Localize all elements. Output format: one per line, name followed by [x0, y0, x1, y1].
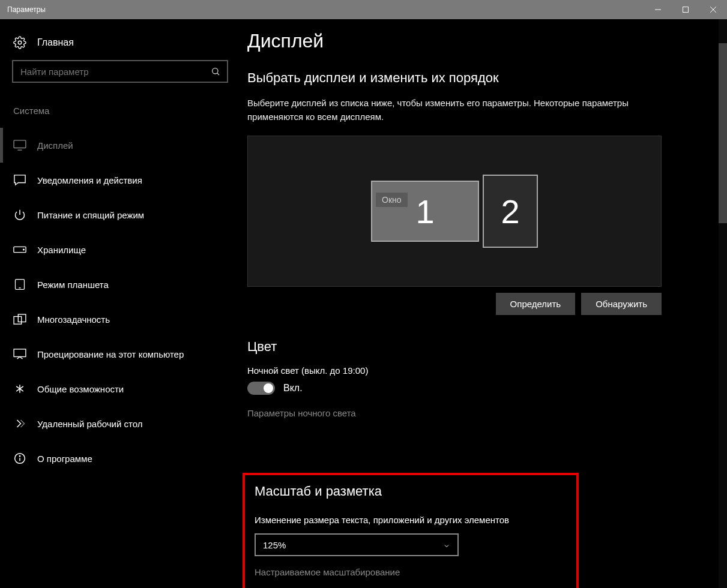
window-tag: Окно — [376, 193, 408, 207]
sidebar-item-label: Уведомления и действия — [37, 175, 142, 185]
maximize-button[interactable] — [672, 0, 699, 19]
sidebar-item-label: Проецирование на этот компьютер — [37, 349, 184, 359]
sidebar-item-label: Многозадачность — [37, 314, 110, 325]
window-title: Параметры — [7, 5, 644, 14]
scale-highlight-box: Масштаб и разметка Изменение размера тек… — [243, 473, 579, 588]
svg-rect-14 — [14, 317, 22, 325]
sidebar: Главная Система Дисплей Уведомления и де… — [0, 19, 240, 588]
night-light-settings-link[interactable]: Параметры ночного света — [247, 408, 709, 418]
chevron-down-icon — [443, 541, 450, 548]
scrollbar-thumb[interactable] — [719, 43, 727, 223]
chat-icon — [13, 173, 26, 187]
sidebar-item-about[interactable]: О программе — [12, 441, 228, 476]
sidebar-item-notifications[interactable]: Уведомления и действия — [12, 163, 228, 197]
home-label: Главная — [37, 37, 74, 48]
monitor-1-number: 1 — [415, 192, 434, 231]
svg-rect-7 — [14, 140, 26, 148]
category-label: Система — [12, 106, 228, 116]
sidebar-item-display[interactable]: Дисплей — [12, 128, 228, 163]
drive-icon — [13, 243, 26, 256]
project-icon — [13, 347, 26, 361]
scrollbar[interactable] — [719, 19, 727, 588]
remote-icon — [13, 417, 26, 430]
main-panel: Дисплей Выбрать дисплеи и изменить их по… — [240, 19, 727, 588]
monitor-1[interactable]: Окно 1 — [371, 181, 479, 242]
color-heading: Цвет — [247, 339, 709, 355]
monitor-2[interactable]: 2 — [483, 175, 538, 248]
scale-heading: Масштаб и разметка — [255, 484, 567, 499]
identify-button[interactable]: Определить — [496, 293, 576, 315]
arrange-heading: Выбрать дисплеи и изменить их порядок — [247, 70, 709, 86]
minimize-button[interactable] — [644, 0, 672, 19]
sidebar-item-projecting[interactable]: Проецирование на этот компьютер — [12, 337, 228, 371]
monitor-2-number: 2 — [501, 192, 519, 231]
sidebar-item-power[interactable]: Питание и спящий режим — [12, 197, 228, 232]
titlebar: Параметры — [0, 0, 727, 19]
svg-point-11 — [23, 249, 25, 250]
arrange-description: Выберите дисплей из списка ниже, чтобы и… — [247, 97, 668, 124]
search-icon — [204, 67, 227, 76]
sidebar-item-label: Хранилище — [37, 245, 86, 255]
svg-point-5 — [213, 68, 218, 74]
search-input-wrap[interactable] — [12, 60, 228, 83]
scale-value: 125% — [263, 540, 286, 550]
custom-scaling-link[interactable]: Настраиваемое масштабирование — [255, 567, 567, 577]
search-input[interactable] — [13, 67, 204, 77]
home-link[interactable]: Главная — [12, 31, 228, 60]
sidebar-item-label: О программе — [37, 454, 92, 464]
power-icon — [13, 208, 26, 221]
sidebar-item-label: Дисплей — [37, 140, 73, 151]
sidebar-item-storage[interactable]: Хранилище — [12, 232, 228, 267]
night-light-toggle[interactable] — [247, 382, 275, 395]
gear-icon — [13, 36, 26, 49]
scale-label: Изменение размера текста, приложений и д… — [255, 515, 567, 525]
svg-rect-1 — [683, 7, 689, 13]
display-arrangement[interactable]: Окно 1 2 — [247, 136, 662, 287]
sidebar-item-label: Режим планшета — [37, 280, 109, 290]
multitask-icon — [13, 313, 26, 326]
tablet-icon — [13, 278, 26, 291]
monitor-icon — [13, 139, 26, 152]
toggle-on-label: Вкл. — [283, 383, 303, 394]
svg-line-6 — [217, 73, 219, 75]
sidebar-item-shared[interactable]: Общие возможности — [12, 371, 228, 406]
info-icon — [13, 452, 26, 465]
svg-rect-16 — [14, 349, 26, 357]
svg-point-4 — [18, 41, 22, 44]
close-button[interactable] — [699, 0, 727, 19]
page-title: Дисплей — [247, 30, 709, 52]
scale-dropdown[interactable]: 125% — [255, 533, 459, 556]
svg-rect-15 — [18, 314, 26, 322]
svg-point-22 — [19, 456, 20, 457]
sidebar-item-multitask[interactable]: Многозадачность — [12, 302, 228, 337]
share-icon — [13, 382, 26, 395]
sidebar-item-label: Питание и спящий режим — [37, 210, 144, 220]
sidebar-item-tablet[interactable]: Режим планшета — [12, 267, 228, 302]
sidebar-item-label: Удаленный рабочий стол — [37, 419, 142, 429]
sidebar-item-label: Общие возможности — [37, 384, 124, 394]
detect-button[interactable]: Обнаружить — [581, 293, 662, 315]
night-light-status: Ночной свет (выкл. до 19:00) — [247, 365, 709, 376]
sidebar-item-remote[interactable]: Удаленный рабочий стол — [12, 406, 228, 441]
